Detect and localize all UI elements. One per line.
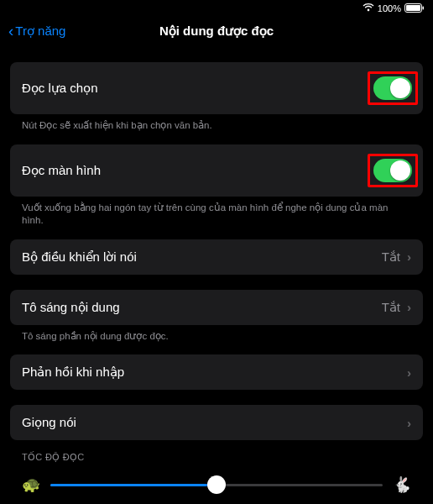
back-label: Trợ năng <box>15 24 65 39</box>
cell-label: Tô sáng nội dung <box>22 300 120 315</box>
cell-label: Phản hồi khi nhập <box>22 365 124 380</box>
tortoise-icon: 🐢 <box>22 475 40 494</box>
wifi-icon <box>363 3 374 13</box>
chevron-right-icon: › <box>407 249 411 264</box>
annotation-highlight <box>368 154 418 187</box>
battery-percent: 100% <box>378 3 401 13</box>
content: Đọc lựa chọn Nút Đọc sẽ xuất hiện khi bạ… <box>0 47 433 504</box>
speak-screen-row[interactable]: Đọc màn hình <box>10 144 423 197</box>
status-bar: 100% <box>0 0 433 15</box>
hare-icon: 🐇 <box>393 475 411 494</box>
svg-rect-1 <box>406 5 420 11</box>
speak-screen-toggle[interactable] <box>373 159 412 182</box>
chevron-right-icon: › <box>407 416 411 430</box>
speak-selection-footer: Nút Đọc sẽ xuất hiện khi bạn chọn văn bả… <box>10 114 423 133</box>
svg-rect-2 <box>423 6 425 9</box>
annotation-highlight <box>368 71 418 105</box>
cell-label: Đọc màn hình <box>22 163 101 178</box>
chevron-right-icon: › <box>407 365 411 380</box>
chevron-right-icon: › <box>407 300 411 314</box>
battery-icon <box>404 3 425 14</box>
chevron-left-icon: ‹ <box>8 23 13 39</box>
highlight-content-row[interactable]: Tô sáng nội dung Tắt › <box>10 290 423 325</box>
speed-header: TỐC ĐỘ ĐỌC <box>10 452 423 468</box>
speaking-rate-slider[interactable] <box>50 475 383 495</box>
cell-value: Tắt <box>382 249 400 265</box>
speak-selection-row[interactable]: Đọc lựa chọn <box>10 62 423 114</box>
nav-bar: ‹ Trợ năng Nội dung được đọc <box>0 15 433 47</box>
highlight-content-footer: Tô sáng phần nội dung được đọc. <box>10 325 423 344</box>
cell-label: Đọc lựa chọn <box>22 81 98 96</box>
voices-row[interactable]: Giọng nói › <box>10 405 423 440</box>
back-button[interactable]: ‹ Trợ năng <box>8 24 65 39</box>
cell-label: Bộ điều khiển lời nói <box>22 249 137 265</box>
speak-selection-toggle[interactable] <box>373 76 412 100</box>
typing-feedback-row[interactable]: Phản hồi khi nhập › <box>10 354 423 390</box>
speaking-rate-row: 🐢 🐇 <box>10 468 423 498</box>
cell-value: Tắt <box>382 300 400 315</box>
speak-screen-footer: Vuốt xuống bằng hai ngón tay từ trên cùn… <box>10 197 423 228</box>
cell-label: Giọng nói <box>22 415 76 430</box>
speech-controller-row[interactable]: Bộ điều khiển lời nói Tắt › <box>10 239 423 275</box>
